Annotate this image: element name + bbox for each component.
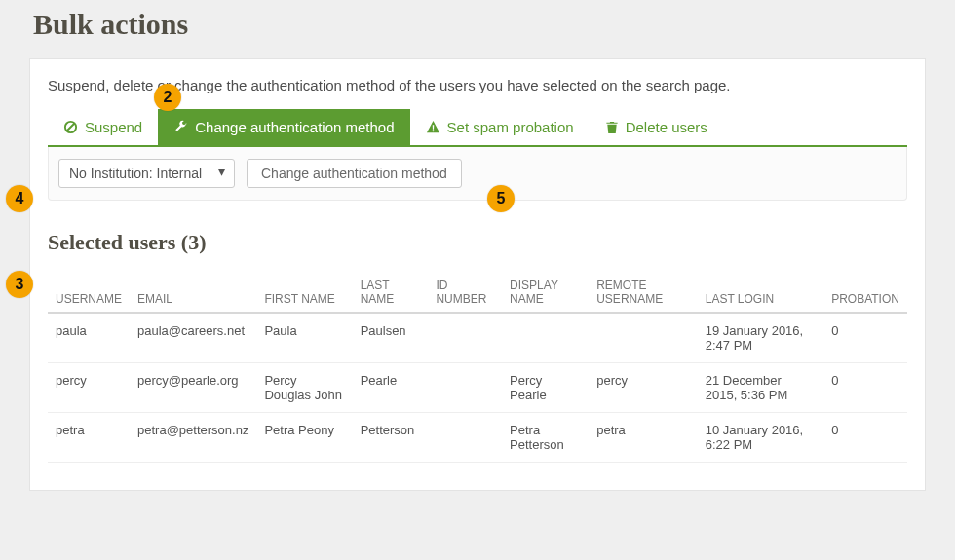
cell-remote: percy [589, 363, 698, 413]
wrench-icon [173, 120, 188, 134]
col-remote: REMOTE USERNAME [589, 269, 698, 313]
col-lastname: LAST NAME [353, 269, 429, 313]
callout-badge-4: 4 [6, 185, 33, 212]
col-lastlogin: LAST LOGIN [698, 269, 823, 313]
table-header-row: USERNAME EMAIL FIRST NAME LAST NAME ID N… [48, 269, 907, 313]
cell-lastname: Pearle [353, 363, 429, 413]
col-probation: PROBATION [823, 269, 907, 313]
table-row: percy percy@pearle.org Percy Douglas Joh… [48, 363, 907, 413]
cell-username: percy [48, 363, 130, 413]
cell-idnumber [428, 363, 502, 413]
svg-line-1 [67, 124, 75, 131]
table-body: paula paula@careers.net Paula Paulsen 19… [48, 313, 907, 463]
cell-lastlogin: 21 December 2015, 5:36 PM [698, 363, 823, 413]
cell-remote: petra [589, 413, 698, 463]
cell-username: petra [48, 413, 130, 463]
cell-firstname: Paula [256, 313, 352, 363]
cell-idnumber [428, 313, 502, 363]
selected-users-heading: Selected users (3) [48, 230, 907, 255]
change-auth-button[interactable]: Change authentication method [247, 159, 462, 188]
col-username: USERNAME [48, 269, 130, 313]
warning-icon [426, 120, 440, 134]
cell-lastname: Petterson [353, 413, 429, 463]
col-idnumber: ID NUMBER [428, 269, 502, 313]
table-row: petra petra@petterson.nz Petra Peony Pet… [48, 413, 907, 463]
cell-firstname: Percy Douglas John [256, 363, 352, 413]
col-email: EMAIL [130, 269, 256, 313]
cell-email: percy@pearle.org [130, 363, 256, 413]
tab-change-auth[interactable]: Change authentication method [158, 109, 409, 145]
cell-lastlogin: 10 January 2016, 6:22 PM [698, 413, 823, 463]
cell-lastname: Paulsen [353, 313, 429, 363]
tab-bar: Suspend Change authentication method Set… [48, 109, 907, 147]
cell-email: paula@careers.net [130, 313, 256, 363]
callout-badge-5: 5 [487, 185, 515, 212]
cell-probation: 0 [823, 363, 907, 413]
tab-delete-users[interactable]: Delete users [590, 109, 723, 145]
cell-idnumber [428, 413, 502, 463]
callout-badge-3: 3 [6, 271, 33, 298]
cell-firstname: Petra Peony [256, 413, 352, 463]
trash-icon [605, 120, 619, 134]
callout-badge-2: 2 [154, 84, 181, 111]
cell-email: petra@petterson.nz [130, 413, 256, 463]
tab-label: Suspend [85, 119, 142, 135]
col-firstname: FIRST NAME [256, 269, 352, 313]
cell-lastlogin: 19 January 2016, 2:47 PM [698, 313, 823, 363]
bulk-actions-panel: Suspend, delete or change the authentica… [29, 58, 926, 491]
cell-display: Petra Petterson [502, 413, 589, 463]
cell-probation: 0 [823, 413, 907, 463]
page-title: Bulk actions [33, 8, 926, 41]
selected-users-table: USERNAME EMAIL FIRST NAME LAST NAME ID N… [48, 269, 907, 463]
institution-select[interactable]: No Institution: Internal [58, 159, 235, 188]
ban-icon [63, 120, 78, 134]
tab-spam-probation[interactable]: Set spam probation [410, 109, 590, 145]
tab-label: Set spam probation [447, 119, 574, 135]
tab-label: Change authentication method [195, 119, 394, 135]
cell-remote [589, 313, 698, 363]
cell-display: Percy Pearle [502, 363, 589, 413]
tab-label: Delete users [626, 119, 707, 135]
cell-username: paula [48, 313, 130, 363]
table-row: paula paula@careers.net Paula Paulsen 19… [48, 313, 907, 363]
cell-probation: 0 [823, 313, 907, 363]
cell-display [502, 313, 589, 363]
col-display: DISPLAY NAME [502, 269, 589, 313]
tab-suspend[interactable]: Suspend [48, 109, 158, 145]
change-auth-form: No Institution: Internal Change authenti… [48, 147, 907, 201]
